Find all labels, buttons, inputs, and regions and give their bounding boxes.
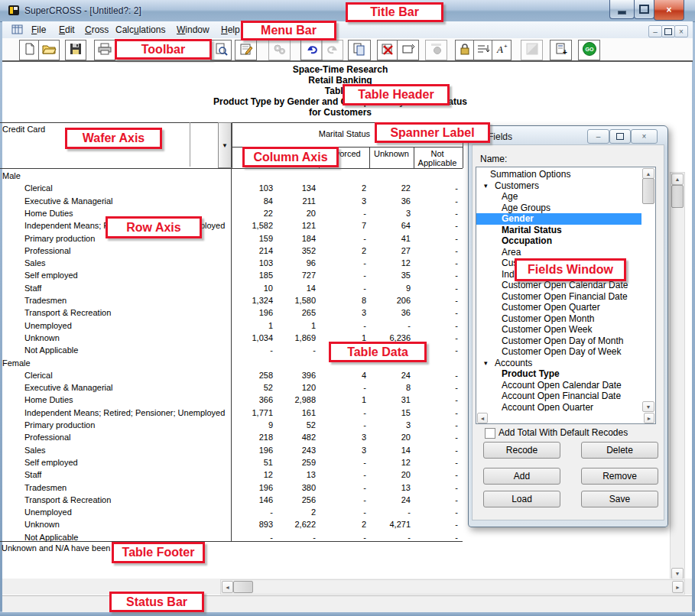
menu-item-help[interactable]: Help [218, 24, 243, 36]
fields-list-item[interactable]: Summation Options [476, 169, 641, 180]
data-cell[interactable]: - [231, 533, 273, 542]
data-cell[interactable]: 22 [369, 183, 411, 193]
minimize-button[interactable] [609, 0, 635, 19]
data-cell[interactable]: 366 [231, 395, 273, 404]
data-cell[interactable]: 14 [369, 446, 411, 455]
row-label[interactable]: Self employed [24, 271, 78, 280]
data-cell[interactable]: 24 [369, 495, 411, 504]
row-group-label[interactable]: Male [2, 171, 21, 180]
row-label[interactable]: Clerical [24, 371, 53, 380]
fields-list-item[interactable]: Marital Status [476, 225, 641, 236]
data-cell[interactable]: - [319, 408, 366, 417]
menu-item-window[interactable]: Window [174, 24, 213, 36]
data-cell[interactable]: 52 [276, 420, 316, 430]
data-cell[interactable]: - [414, 446, 458, 455]
data-cell[interactable]: 8 [319, 296, 366, 305]
row-label[interactable]: Executive & Managerial [24, 196, 113, 206]
mdi-child-icon[interactable] [11, 24, 24, 38]
data-cell[interactable]: 12 [231, 470, 273, 479]
undo-button[interactable] [300, 40, 323, 60]
data-cell[interactable]: - [319, 420, 366, 430]
row-label[interactable]: Unemployed [24, 507, 72, 517]
fields-scroll-thumb[interactable] [642, 178, 654, 204]
data-cell[interactable]: - [414, 183, 458, 193]
row-group-label[interactable]: Female [2, 358, 31, 368]
row-label[interactable]: Transport & Recreation [24, 308, 111, 317]
data-cell[interactable]: 893 [231, 520, 273, 529]
data-cell[interactable]: - [414, 221, 458, 230]
data-cell[interactable]: - [319, 271, 366, 280]
data-cell[interactable]: 20 [369, 433, 411, 442]
row-label[interactable]: Transport & Recreation [24, 495, 111, 504]
vertical-scroll-thumb[interactable] [671, 185, 684, 208]
copy-button[interactable] [348, 40, 371, 60]
data-cell[interactable]: 13 [369, 483, 411, 492]
data-cell[interactable]: 103 [231, 183, 273, 193]
data-cell[interactable]: 211 [276, 196, 316, 206]
fields-list-item[interactable]: Customer Open Financial Date [476, 291, 641, 303]
data-cell[interactable]: - [319, 483, 366, 492]
fields-list-item[interactable]: Customer Open Calendar Date [476, 280, 641, 291]
data-cell[interactable]: - [414, 433, 458, 442]
row-label[interactable]: Professional [24, 433, 71, 442]
data-cell[interactable]: 7 [319, 221, 366, 230]
scroll-down-button[interactable]: ▼ [671, 568, 684, 579]
row-label[interactable]: Clerical [24, 183, 53, 193]
data-cell[interactable]: - [319, 321, 366, 330]
data-cell[interactable]: 2 [319, 520, 366, 529]
data-cell[interactable]: 24 [369, 371, 411, 380]
row-label[interactable]: Independent Means; Retired; Pensioner; U… [24, 408, 225, 417]
data-cell[interactable]: 380 [276, 483, 316, 492]
data-cell[interactable]: 3 [319, 196, 366, 206]
data-cell[interactable]: - [414, 533, 458, 542]
data-cell[interactable]: 1,034 [231, 333, 273, 342]
row-label[interactable]: Tradesmen [24, 296, 67, 305]
data-cell[interactable]: - [414, 234, 458, 243]
data-cell[interactable]: 51 [231, 458, 273, 467]
row-label[interactable]: Sales [24, 258, 46, 267]
data-cell[interactable]: 196 [231, 483, 273, 492]
data-cell[interactable]: - [414, 458, 458, 467]
column-header-5[interactable]: Not Applicable [414, 149, 460, 167]
data-cell[interactable]: 9 [231, 420, 273, 430]
data-cell[interactable]: 184 [276, 234, 316, 243]
row-label[interactable]: Not Applicable [24, 345, 78, 355]
menu-item-calculations[interactable]: Calculations [112, 24, 168, 36]
data-cell[interactable]: 1,869 [276, 333, 316, 342]
row-label[interactable]: Professional [24, 246, 71, 255]
print-button[interactable] [94, 40, 115, 60]
row-label[interactable]: Unemployed [24, 321, 72, 330]
data-cell[interactable]: - [319, 507, 366, 517]
data-cell[interactable]: - [319, 533, 366, 542]
data-cell[interactable]: 22 [231, 209, 273, 218]
data-cell[interactable]: 96 [276, 258, 316, 267]
data-cell[interactable]: - [414, 196, 458, 206]
menu-item-file[interactable]: File [28, 24, 49, 36]
data-cell[interactable]: 218 [231, 433, 273, 442]
data-cell[interactable]: 36 [369, 196, 411, 206]
data-cell[interactable]: 134 [276, 183, 316, 193]
data-cell[interactable]: - [414, 383, 458, 392]
data-cell[interactable]: 2 [319, 246, 366, 255]
row-label[interactable]: Sales [24, 446, 46, 455]
row-label[interactable]: Home Duties [24, 395, 73, 404]
data-cell[interactable]: 20 [276, 209, 316, 218]
data-cell[interactable]: 3 [319, 308, 366, 317]
field-order-button[interactable] [473, 40, 493, 60]
row-label[interactable]: Staff [24, 284, 41, 293]
data-cell[interactable]: - [414, 321, 458, 330]
data-cell[interactable]: - [369, 321, 411, 330]
data-cell[interactable]: 8 [369, 383, 411, 392]
data-cell[interactable]: 121 [276, 221, 316, 230]
data-cell[interactable]: - [319, 209, 366, 218]
print-preview-button[interactable] [210, 40, 232, 60]
data-cell[interactable]: 12 [369, 258, 411, 267]
delete-button[interactable]: Delete [581, 442, 658, 459]
horizontal-scrollbar[interactable]: ◄ ► [220, 579, 685, 595]
fields-list-item[interactable]: Customer Open Quarter [476, 302, 641, 313]
data-cell[interactable]: 31 [369, 395, 411, 404]
data-cell[interactable]: 2,622 [276, 520, 316, 529]
data-cell[interactable]: 1,580 [276, 296, 316, 305]
data-cell[interactable]: 482 [276, 433, 316, 442]
add-total-checkbox[interactable] [485, 428, 495, 439]
